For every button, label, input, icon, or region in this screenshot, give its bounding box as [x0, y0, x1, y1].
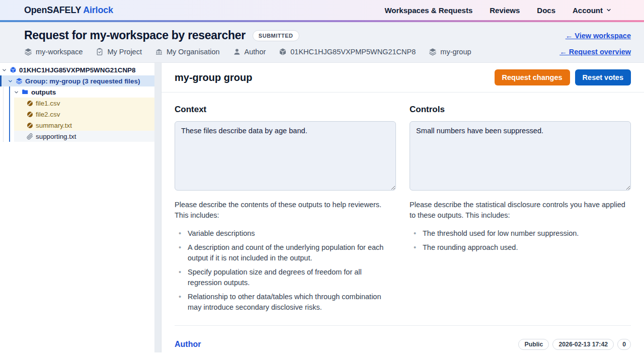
- breadcrumb-request-id: 01KHC1HJG85VXPMP5WNG21CNP8: [279, 48, 416, 56]
- status-badge: SUBMITTED: [253, 30, 299, 41]
- breadcrumb-organisation: My Organisation: [155, 48, 220, 56]
- nav-account-label: Account: [573, 6, 603, 15]
- request-overview-link[interactable]: ← Request overview: [559, 48, 631, 56]
- output-file-icon: [27, 111, 33, 118]
- controls-help-text: Please describe the statistical disclosu…: [410, 200, 631, 221]
- visibility-badge: Public: [518, 339, 549, 350]
- nav-account-menu[interactable]: Account: [573, 6, 612, 15]
- breadcrumb-group: my-group: [429, 48, 471, 56]
- chevron-down-icon[interactable]: [8, 78, 13, 84]
- brand-logo[interactable]: OpenSAFELY Airlock: [24, 5, 113, 16]
- layers-icon: [429, 48, 437, 56]
- cube-icon: [10, 66, 17, 73]
- nav-workspaces-requests[interactable]: Workspaces & Requests: [384, 6, 472, 15]
- paperclip-icon: [27, 133, 33, 140]
- breadcrumb-workspace: my-workspace: [24, 48, 83, 56]
- breadcrumb-project: My Project: [96, 48, 142, 56]
- comment-author: Author: [175, 340, 201, 349]
- output-file-icon: [27, 100, 33, 107]
- layers-icon: [16, 77, 23, 84]
- brand-primary: OpenSAFELY: [24, 5, 81, 15]
- breadcrumb-author: Author: [233, 48, 266, 56]
- cube-icon: [279, 48, 287, 56]
- controls-help-list: The threshold used for low number suppre…: [410, 228, 631, 253]
- list-item: Relationship to other data/tables which …: [175, 292, 396, 313]
- context-help-list: Variable descriptions A description and …: [175, 228, 396, 313]
- list-item: The rounding approach used.: [410, 242, 631, 253]
- tree-item-supporting[interactable]: supporting.txt: [0, 131, 154, 142]
- context-heading: Context: [175, 105, 396, 115]
- chevron-down-icon[interactable]: [2, 67, 7, 73]
- group-title: my-group group: [175, 72, 252, 83]
- file-tree-sidebar: 01KHC1HJG85VXPMP5WNG21CNP8 Group: my-gro…: [0, 63, 154, 352]
- top-nav: OpenSAFELY Airlock Workspaces & Requests…: [0, 0, 644, 22]
- folder-icon: [22, 88, 29, 96]
- list-item: Variable descriptions: [175, 228, 396, 239]
- list-item: A description and count of the underlyin…: [175, 242, 396, 263]
- user-icon: [233, 48, 241, 56]
- chevron-down-icon: [606, 7, 612, 13]
- nav-reviews[interactable]: Reviews: [490, 6, 520, 15]
- tree-item-file1[interactable]: file1.csv: [0, 98, 154, 109]
- section-divider: [175, 325, 631, 326]
- context-textarea[interactable]: These files describe data by age band.: [175, 121, 396, 191]
- context-help-text: Please describe the contents of these ou…: [175, 200, 396, 221]
- tree-item-request-id[interactable]: 01KHC1HJG85VXPMP5WNG21CNP8: [0, 64, 154, 75]
- panel-splitter[interactable]: [154, 63, 161, 352]
- tree-item-file2[interactable]: file2.csv: [0, 109, 154, 120]
- controls-section: Controls Small numbers have been suppres…: [410, 101, 631, 316]
- file-tree: 01KHC1HJG85VXPMP5WNG21CNP8 Group: my-gro…: [0, 63, 154, 142]
- clipboard-icon: [96, 48, 104, 56]
- output-file-icon: [27, 122, 33, 129]
- page-title: Request for my-workspace by researcher: [24, 29, 246, 42]
- group-detail-panel: my-group group Request changes Reset vot…: [161, 63, 644, 352]
- nav-links: Workspaces & Requests Reviews Docs Accou…: [384, 6, 637, 15]
- tree-item-summary[interactable]: summary.txt: [0, 120, 154, 131]
- view-workspace-link[interactable]: ← View workspace: [566, 32, 631, 40]
- breadcrumb: my-workspace My Project My Organisation …: [24, 48, 631, 56]
- layers-icon: [24, 48, 32, 56]
- request-header: Request for my-workspace by researcher S…: [0, 22, 644, 63]
- controls-heading: Controls: [410, 105, 631, 115]
- organisation-icon: [155, 48, 163, 56]
- timestamp-badge: 2026-02-13 17:42: [552, 339, 614, 350]
- brand-secondary: Airlock: [83, 5, 113, 15]
- context-section: Context These files describe data by age…: [175, 101, 396, 316]
- tree-item-outputs-folder[interactable]: outputs: [0, 86, 154, 98]
- chevron-down-icon[interactable]: [14, 89, 19, 95]
- list-item: The threshold used for low number suppre…: [410, 228, 631, 239]
- reset-votes-button[interactable]: Reset votes: [575, 69, 631, 85]
- tree-item-group[interactable]: Group: my-group (3 requested files): [0, 75, 154, 86]
- count-badge: 0: [617, 339, 631, 350]
- request-changes-button[interactable]: Request changes: [495, 69, 570, 85]
- list-item: Specify population size and degrees of f…: [175, 267, 396, 288]
- controls-textarea[interactable]: Small numbers have been suppressed.: [410, 121, 631, 191]
- nav-docs[interactable]: Docs: [537, 6, 555, 15]
- comment-block: Author Public 2026-02-13 17:42 0 Please …: [175, 339, 631, 352]
